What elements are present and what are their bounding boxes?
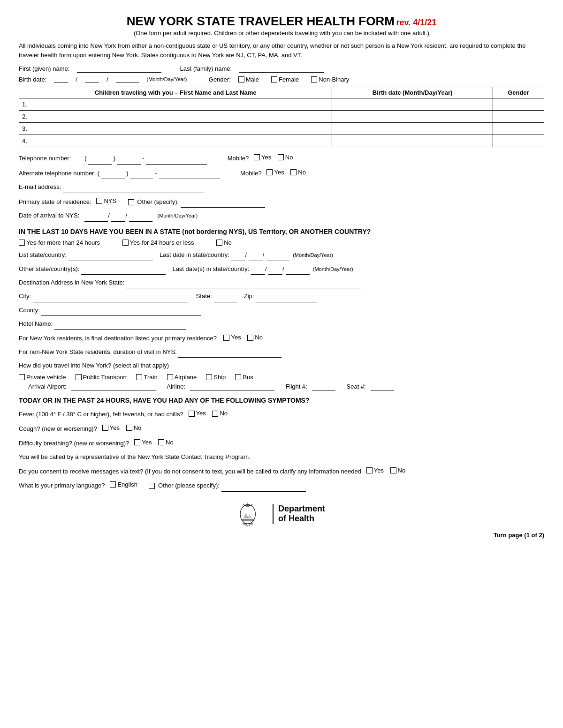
email-field[interactable] [63,181,204,193]
cough-no-cb[interactable] [126,425,132,431]
flight-field[interactable] [312,383,335,390]
consent-yes[interactable]: Yes [366,465,384,476]
phone-area[interactable] [88,153,112,164]
travel-public[interactable]: Public Transport [76,374,127,381]
ny-resident-yes[interactable]: Yes [223,332,241,343]
ny-resident-no-cb[interactable] [247,335,253,341]
child2-name[interactable]: 2. [19,111,332,123]
non-ny-field[interactable] [178,346,282,358]
state-field[interactable] [213,291,237,302]
alt-phone-area[interactable] [101,168,125,179]
phone-mobile-no[interactable]: No [278,152,293,163]
arrival-airport-field[interactable] [71,383,156,390]
phone-mobile-yes-checkbox[interactable] [254,154,260,160]
s1-no-cb[interactable] [216,240,222,246]
breathing-no-cb[interactable] [158,439,164,445]
breathing-yes-cb[interactable] [134,439,140,445]
last-date-y[interactable] [266,249,289,261]
hotel-field[interactable] [54,318,186,330]
city-field[interactable] [33,291,188,302]
birth-month[interactable] [54,75,68,83]
fever-yes[interactable]: Yes [189,408,206,419]
child2-gender[interactable] [493,111,544,123]
primary-state-other-field[interactable] [181,196,265,208]
child3-name[interactable]: 3. [19,123,332,135]
s1-no[interactable]: No [216,239,232,246]
list-state-field[interactable] [68,249,153,261]
language-english[interactable]: English [110,479,137,490]
birth-year[interactable] [116,75,139,83]
travel-private[interactable]: Private vehicle [19,374,66,381]
child1-dob[interactable] [332,98,493,111]
cough-no[interactable]: No [126,422,142,433]
phone-mobile-yes[interactable]: Yes [254,152,271,163]
travel-private-cb[interactable] [19,374,25,380]
travel-train[interactable]: Train [136,374,157,381]
first-name-field[interactable] [77,65,161,73]
consent-no[interactable]: No [390,465,406,476]
child1-name[interactable]: 1. [19,98,332,111]
gender-nonbinary-checkbox[interactable] [311,76,317,83]
cough-yes[interactable]: Yes [102,422,120,433]
travel-public-cb[interactable] [76,374,82,380]
last-date-m[interactable] [231,249,245,261]
fever-no[interactable]: No [212,408,228,419]
child4-gender[interactable] [493,135,544,147]
travel-ship[interactable]: Ship [206,374,226,381]
arrival-day[interactable] [111,210,125,221]
gender-male-option[interactable]: Male [238,76,259,83]
phone-number[interactable] [146,153,207,164]
travel-airplane-cb[interactable] [167,374,173,380]
child3-dob[interactable] [332,123,493,135]
alt-phone-mobile-yes-cb[interactable] [266,169,273,175]
other-state-field[interactable] [81,263,166,275]
phone-prefix[interactable] [117,153,141,164]
s1-yes-24less[interactable]: Yes-for 24 hours or less [122,239,194,246]
travel-bus-cb[interactable] [235,374,241,380]
alt-phone-number[interactable] [159,168,220,179]
s1-yes-24plus-cb[interactable] [19,240,25,246]
child4-dob[interactable] [332,135,493,147]
last-dates-y[interactable] [286,263,310,275]
travel-airplane[interactable]: Airplane [167,374,197,381]
ny-resident-no[interactable]: No [247,332,263,343]
alt-phone-prefix[interactable] [130,168,153,179]
primary-state-other-cb[interactable] [128,199,134,205]
last-dates-m[interactable] [251,263,265,275]
last-name-field[interactable] [239,65,324,73]
county-field[interactable] [41,305,201,316]
birth-day[interactable] [85,75,99,83]
s1-yes-24plus[interactable]: Yes-for more than 24 hours [19,239,100,246]
travel-train-cb[interactable] [136,374,142,380]
primary-state-nys-cb[interactable] [96,198,102,204]
gender-nonbinary-option[interactable]: Non-Binary [311,76,349,83]
child3-gender[interactable] [493,123,544,135]
gender-female-checkbox[interactable] [271,76,277,83]
consent-no-cb[interactable] [390,467,396,473]
travel-ship-cb[interactable] [206,374,212,380]
breathing-no[interactable]: No [158,437,174,448]
alt-phone-mobile-yes[interactable]: Yes [266,167,284,178]
last-dates-d[interactable] [268,263,282,275]
primary-state-nys[interactable]: NYS [96,195,116,206]
alt-phone-mobile-no[interactable]: No [290,167,306,178]
gender-female-option[interactable]: Female [271,76,299,83]
fever-yes-cb[interactable] [189,411,195,417]
language-english-cb[interactable] [110,481,116,488]
s1-yes-24less-cb[interactable] [122,240,129,246]
zip-field[interactable] [256,291,317,302]
child4-name[interactable]: 4. [19,135,332,147]
fever-no-cb[interactable] [212,411,218,417]
language-other-field[interactable] [221,480,306,491]
last-date-d[interactable] [249,249,263,261]
consent-yes-cb[interactable] [366,467,373,473]
seat-field[interactable] [371,383,394,390]
child2-dob[interactable] [332,111,493,123]
travel-bus[interactable]: Bus [235,374,253,381]
dest-address-field[interactable] [126,277,361,288]
phone-mobile-no-checkbox[interactable] [278,154,284,160]
ny-resident-yes-cb[interactable] [223,335,229,341]
cough-yes-cb[interactable] [102,425,108,431]
language-other-cb[interactable] [149,483,155,489]
child1-gender[interactable] [493,98,544,111]
